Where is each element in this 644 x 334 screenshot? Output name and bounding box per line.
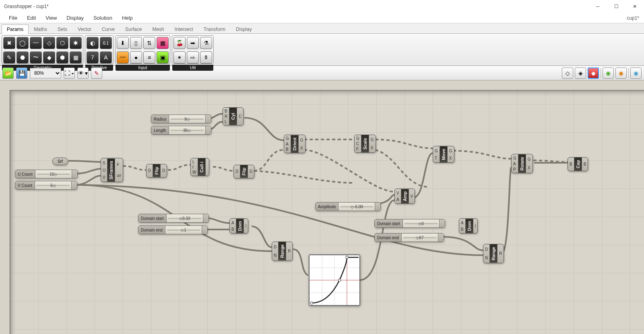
slider-grip[interactable] — [439, 219, 445, 227]
input-icon[interactable]: ⇅ — [143, 37, 155, 49]
util-icon[interactable]: 🍒 — [173, 37, 186, 49]
util-icon[interactable]: ✴ — [173, 51, 186, 64]
component-cylinder[interactable]: BRL Cyl C — [223, 107, 244, 125]
tab-intersect[interactable]: Intersect — [169, 25, 198, 34]
component-range-2[interactable]: DN Range R — [483, 244, 504, 263]
util-icon[interactable]: ⚱ — [200, 51, 212, 64]
slider-ucount[interactable]: U Count 15 ◇ — [15, 170, 78, 178]
component-domain-2[interactable]: AB Dom I — [459, 218, 478, 234]
tab-params[interactable]: Params — [2, 25, 29, 34]
menu-bar: File Edit View Display Solution Help cup… — [0, 13, 644, 23]
input-icon[interactable]: ● — [130, 51, 142, 64]
tab-transform[interactable]: Transform — [198, 25, 231, 34]
primitive-icon[interactable]: 0.1 — [100, 37, 112, 49]
geometry-icon[interactable]: ✎ — [3, 51, 15, 64]
window-close[interactable]: ✕ — [625, 0, 644, 13]
canvas-viewport[interactable]: Radius 9 ◇ Length 35 ◇ U Count 15 ◇ V Co… — [0, 80, 644, 334]
slider-amplitude[interactable]: Amplitude ◇ -5.00 — [315, 202, 381, 211]
input-icon[interactable]: ▯ — [130, 37, 142, 49]
slider-domain-start-1[interactable]: Domain start ◇ 0.33 — [138, 214, 209, 223]
preview-blue-icon[interactable]: ◉ — [630, 68, 642, 79]
geometry-icon[interactable]: ✱ — [70, 37, 82, 49]
input-icon[interactable]: 〰 — [117, 51, 129, 64]
slider-domain-end-2[interactable]: Domain end ◇ 67 — [374, 233, 444, 242]
tab-mesh[interactable]: Mesh — [147, 25, 169, 34]
geometry-icon[interactable]: ✖ — [3, 37, 15, 49]
slider-length[interactable]: Length 35 ◇ — [151, 126, 211, 135]
tab-vector[interactable]: Vector — [72, 25, 97, 34]
input-icon[interactable]: ▣ — [157, 51, 169, 64]
menu-display[interactable]: Display — [62, 13, 89, 23]
input-icon[interactable]: ▦ — [157, 37, 169, 49]
param-surface[interactable]: Srf — [52, 158, 68, 165]
menu-help[interactable]: Help — [117, 13, 138, 23]
geometry-icon[interactable]: ⬣ — [17, 51, 29, 64]
tab-curve[interactable]: Curve — [97, 25, 120, 34]
window-minimize[interactable]: ─ — [588, 0, 607, 13]
slider-domain-end-1[interactable]: Domain end ◇ 1 — [138, 225, 208, 234]
slider-grip[interactable] — [438, 234, 444, 242]
ribbon-group-geometry: ✖ ◯ 〰 ◇ ⬡ ✱ ✎ ⬣ 〜 ◆ ⬢ ▦ Geometry — [2, 35, 83, 64]
slider-grip[interactable] — [205, 126, 211, 134]
slider-domain-start-2[interactable]: Domain start ◇ 0 — [374, 219, 445, 228]
geometry-icon[interactable]: ▦ — [70, 51, 82, 64]
zoom-extents-icon[interactable]: ⛶ ▾ — [64, 68, 75, 79]
slider-grip[interactable] — [202, 226, 207, 234]
component-orient[interactable]: GAB Orient GX — [284, 135, 305, 153]
component-flip-1[interactable]: D Flip D — [146, 164, 167, 178]
input-icon[interactable]: ⬇ — [117, 37, 129, 49]
slider-grip[interactable] — [375, 203, 380, 211]
menu-view[interactable]: View — [41, 13, 62, 23]
geometry-icon[interactable]: 〜 — [30, 51, 42, 64]
component-range-1[interactable]: DN Range R — [272, 242, 293, 261]
util-icon[interactable]: ⚗ — [200, 37, 212, 49]
geometry-icon[interactable]: 〰 — [30, 37, 42, 49]
display-shade-icon[interactable]: ◈ — [575, 68, 586, 79]
geometry-icon[interactable]: ◇ — [43, 37, 55, 49]
component-domain-1[interactable]: AB Dom I — [229, 218, 248, 234]
tab-sets[interactable]: Sets — [52, 25, 72, 34]
geometry-icon[interactable]: ⬢ — [56, 51, 68, 64]
tab-maths[interactable]: Maths — [29, 25, 52, 34]
tab-surface[interactable]: Surface — [120, 25, 147, 34]
primitive-icon[interactable]: ◐ — [87, 37, 99, 49]
canvas[interactable]: Radius 9 ◇ Length 35 ◇ U Count 15 ◇ V Co… — [10, 90, 644, 334]
window-maximize[interactable]: ☐ — [607, 0, 625, 13]
util-icon[interactable]: ➡ — [187, 37, 199, 49]
input-icon[interactable]: ≡ — [143, 51, 155, 64]
component-cap[interactable]: B Cap B — [568, 157, 588, 171]
slider-grip[interactable] — [72, 170, 77, 178]
component-amplitude[interactable]: VA Amp V — [394, 189, 415, 204]
primitive-icon[interactable]: A — [100, 51, 112, 64]
open-file-icon[interactable]: 📂 — [2, 68, 14, 79]
component-cull-i[interactable]: LIW Cull i — [190, 158, 209, 176]
primitive-icon[interactable]: 7 — [87, 51, 99, 64]
menu-solution[interactable]: Solution — [89, 13, 117, 23]
slider-grip[interactable] — [71, 181, 77, 189]
component-sframes[interactable]: SUV SFrames Fuv — [101, 158, 123, 182]
menu-file[interactable]: File — [4, 13, 22, 23]
geometry-icon[interactable]: ◯ — [17, 37, 29, 49]
slider-radius[interactable]: Radius 9 ◇ — [151, 115, 211, 123]
display-wire-icon[interactable]: ◇ — [562, 68, 573, 79]
slider-grip[interactable] — [203, 214, 208, 222]
slider-vcount[interactable]: V Count 5 ◇ — [15, 181, 77, 190]
component-graph-mapper[interactable] — [309, 254, 360, 306]
geometry-icon[interactable]: ◆ — [43, 51, 55, 64]
preview-icon[interactable]: 👁 ▾ — [77, 68, 89, 79]
save-file-icon[interactable]: 💾 — [16, 68, 27, 79]
zoom-select[interactable]: 80% — [30, 68, 61, 78]
tab-display[interactable]: Display — [231, 25, 257, 34]
display-render-icon[interactable]: ◆ — [588, 68, 599, 79]
sketch-icon[interactable]: ✎ — [91, 68, 102, 79]
preview-green-icon[interactable]: ◉ — [603, 68, 614, 79]
component-move[interactable]: GT Move GX — [433, 146, 454, 163]
component-scale[interactable]: GCF Scale GX — [354, 135, 376, 153]
preview-orange-icon[interactable]: ◉ — [615, 68, 627, 79]
geometry-icon[interactable]: ⬡ — [56, 37, 68, 49]
slider-grip[interactable] — [205, 115, 211, 123]
util-icon[interactable]: ⇨ — [187, 51, 199, 64]
component-rotate[interactable]: GAP Rotate GX — [511, 154, 533, 173]
menu-edit[interactable]: Edit — [22, 13, 41, 23]
component-flip-2[interactable]: D Flip D — [233, 165, 254, 178]
